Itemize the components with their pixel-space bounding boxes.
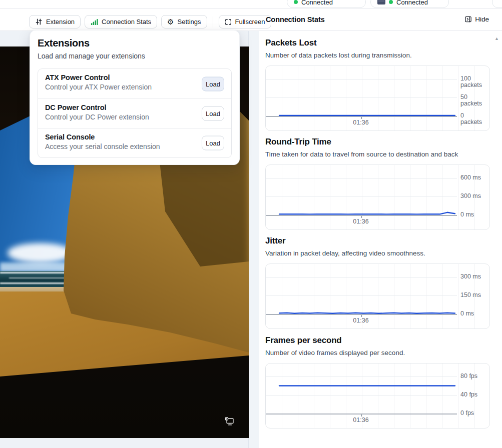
toolbar-divider <box>213 16 213 28</box>
fps-chart: 80 fps40 fps0 fps01:36 <box>265 363 490 428</box>
packets-lost-section: Packets Lost Number of data packets lost… <box>265 38 495 131</box>
fullscreen-button[interactable]: Fullscreen <box>219 15 271 28</box>
panel-collapse-icon <box>464 16 472 23</box>
jitter-chart: 300 ms150 ms0 ms01:36 <box>265 264 490 329</box>
chart-title: Jitter <box>265 236 495 246</box>
toolbar: Extension Connection Stats ⚙ Settings <box>29 15 271 28</box>
fps-section: Frames per second Number of video frames… <box>265 336 495 428</box>
fullscreen-button-label: Fullscreen <box>235 18 265 26</box>
badge-label: Connected <box>396 0 428 6</box>
column-gap <box>249 31 259 448</box>
chart-subtitle: Time taken for data to travel from sourc… <box>265 150 495 158</box>
popover-title: Extensions <box>38 38 232 49</box>
bar-chart-icon <box>91 18 98 26</box>
chart-subtitle: Variation in packet delay, affecting vid… <box>265 250 495 257</box>
cloud <box>8 243 73 263</box>
extension-description: Access your serial console extension <box>45 142 224 150</box>
jetkvm-app: Connected Connected Extension <box>0 0 502 448</box>
load-serial-console-button[interactable]: Load <box>202 136 224 150</box>
status-dot-green <box>389 0 393 4</box>
header-row: Extension Connection Stats ⚙ Settings <box>0 9 502 31</box>
sliders-icon <box>35 18 43 26</box>
round-trip-time-chart: 600 ms300 ms0 ms01:36 <box>265 164 490 230</box>
gear-icon: ⚙ <box>167 18 174 26</box>
jitter-line <box>266 264 490 329</box>
extension-name: DC Power Control <box>45 104 224 112</box>
extension-row-dc-power: DC Power Control Control your DC Power e… <box>38 98 231 128</box>
chart-subtitle: Number of video frames displayed per sec… <box>265 349 495 356</box>
extension-description: Control your DC Power extension <box>45 113 224 121</box>
badge-label: Connected <box>301 0 333 6</box>
round-trip-time-section: Round-Trip Time Time taken for data to t… <box>265 137 495 230</box>
chart-title: Round-Trip Time <box>265 137 495 147</box>
keyboard-icon <box>377 0 385 4</box>
connection-badge-partial[interactable] <box>492 0 502 8</box>
load-dc-power-button[interactable]: Load <box>202 106 224 121</box>
settings-button[interactable]: ⚙ Settings <box>161 15 207 28</box>
packets-lost-chart: 100 packets50 packets0 packets01:36 <box>265 66 490 131</box>
extension-row-serial-console: Serial Console Access your serial consol… <box>38 128 231 158</box>
extensions-list: ATX Power Control Control your ATX Power… <box>38 68 232 158</box>
hide-panel-button[interactable]: Hide <box>464 16 489 23</box>
chart-subtitle: Number of data packets lost during trans… <box>265 52 495 59</box>
status-dot-green <box>294 0 298 4</box>
round-trip-time-line <box>266 165 490 230</box>
extension-name: Serial Console <box>45 133 224 141</box>
popover-subtitle: Load and manage your extensions <box>38 52 232 60</box>
extension-button-label: Extension <box>46 18 75 26</box>
fullscreen-icon <box>225 18 232 26</box>
load-atx-power-button[interactable]: Load <box>202 76 224 91</box>
chart-title: Packets Lost <box>265 38 495 48</box>
connection-badge-peer[interactable]: Connected <box>287 0 366 8</box>
chart-title: Frames per second <box>265 336 495 346</box>
fps-line <box>266 364 490 428</box>
hide-button-label: Hide <box>475 16 489 23</box>
connection-stats-button[interactable]: Connection Stats <box>85 15 157 28</box>
extension-name: ATX Power Control <box>45 74 224 82</box>
jitter-section: Jitter Variation in packet delay, affect… <box>265 236 495 329</box>
extension-row-atx-power: ATX Power Control Control your ATX Power… <box>38 69 231 98</box>
topbar: Connected Connected <box>0 0 502 9</box>
settings-button-label: Settings <box>178 18 201 26</box>
packets-lost-line <box>266 66 490 131</box>
connection-stats-panel: ▲ Packets Lost Number of data packets lo… <box>259 31 502 448</box>
connection-badge-usb[interactable]: Connected <box>370 0 449 8</box>
stats-panel-title: Connection Stats <box>266 16 325 24</box>
extension-button[interactable]: Extension <box>29 15 81 28</box>
extension-description: Control your ATX Power extension <box>45 83 224 91</box>
connection-stats-button-label: Connection Stats <box>102 18 151 26</box>
display-status-icon <box>224 416 235 428</box>
extensions-popover: Extensions Load and manage your extensio… <box>30 30 240 165</box>
